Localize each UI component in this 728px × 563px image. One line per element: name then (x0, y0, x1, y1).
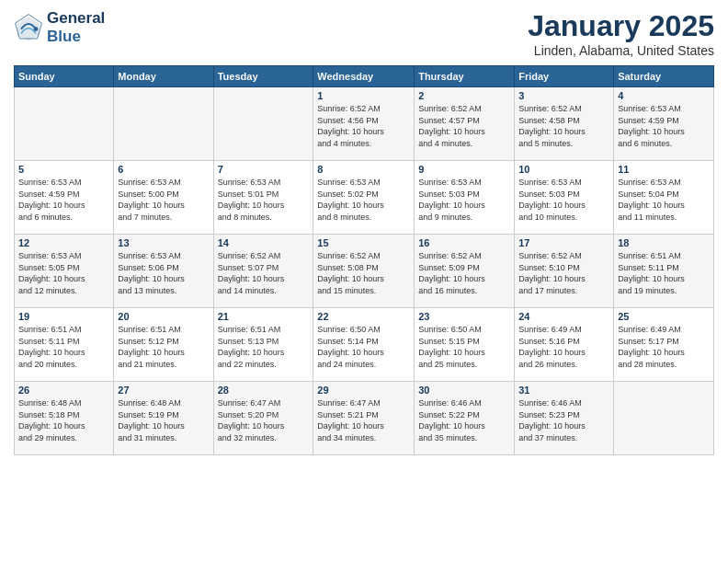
day-number: 26 (18, 385, 109, 396)
day-number: 8 (317, 164, 410, 175)
day-number: 10 (518, 164, 609, 175)
day-info: Sunrise: 6:51 AMSunset: 5:13 PMDaylight:… (218, 324, 310, 370)
location: Linden, Alabama, United States (528, 43, 714, 58)
table-cell: 31Sunrise: 6:46 AMSunset: 5:23 PMDayligh… (515, 382, 614, 455)
day-number: 24 (518, 311, 609, 322)
day-info: Sunrise: 6:47 AMSunset: 5:21 PMDaylight:… (317, 397, 410, 443)
table-cell: 24Sunrise: 6:49 AMSunset: 5:16 PMDayligh… (515, 308, 614, 382)
day-info: Sunrise: 6:53 AMSunset: 5:00 PMDaylight:… (118, 177, 209, 223)
day-info: Sunrise: 6:52 AMSunset: 4:58 PMDaylight:… (518, 103, 609, 149)
day-number: 28 (218, 385, 310, 396)
table-cell: 6Sunrise: 6:53 AMSunset: 5:00 PMDaylight… (114, 161, 213, 235)
day-number: 1 (317, 90, 410, 101)
table-cell: 15Sunrise: 6:52 AMSunset: 5:08 PMDayligh… (313, 235, 415, 308)
table-cell (614, 382, 714, 455)
day-number: 23 (418, 311, 510, 322)
table-cell: 18Sunrise: 6:51 AMSunset: 5:11 PMDayligh… (614, 235, 714, 308)
day-number: 11 (618, 164, 710, 175)
day-number: 14 (218, 237, 310, 248)
day-info: Sunrise: 6:53 AMSunset: 5:02 PMDaylight:… (317, 177, 410, 223)
calendar-week-row: 19Sunrise: 6:51 AMSunset: 5:11 PMDayligh… (15, 308, 714, 382)
month-title: January 2025 (528, 9, 714, 43)
table-cell: 23Sunrise: 6:50 AMSunset: 5:15 PMDayligh… (415, 308, 515, 382)
day-info: Sunrise: 6:53 AMSunset: 5:05 PMDaylight:… (18, 250, 109, 296)
table-cell: 26Sunrise: 6:48 AMSunset: 5:18 PMDayligh… (15, 382, 114, 455)
table-cell: 9Sunrise: 6:53 AMSunset: 5:03 PMDaylight… (415, 161, 515, 235)
day-number: 31 (518, 385, 609, 396)
day-number: 20 (118, 311, 209, 322)
day-info: Sunrise: 6:52 AMSunset: 5:08 PMDaylight:… (317, 250, 410, 296)
table-cell: 16Sunrise: 6:52 AMSunset: 5:09 PMDayligh… (415, 235, 515, 308)
table-cell: 1Sunrise: 6:52 AMSunset: 4:56 PMDaylight… (313, 87, 415, 161)
day-info: Sunrise: 6:51 AMSunset: 5:12 PMDaylight:… (118, 324, 209, 370)
header-friday: Friday (515, 66, 614, 87)
day-info: Sunrise: 6:53 AMSunset: 4:59 PMDaylight:… (618, 103, 710, 149)
day-number: 12 (18, 237, 109, 248)
day-number: 22 (317, 311, 410, 322)
day-number: 27 (118, 385, 209, 396)
table-cell: 3Sunrise: 6:52 AMSunset: 4:58 PMDaylight… (515, 87, 614, 161)
title-area: January 2025 Linden, Alabama, United Sta… (528, 9, 714, 58)
day-number: 25 (618, 311, 710, 322)
logo-icon (14, 13, 43, 42)
table-cell: 4Sunrise: 6:53 AMSunset: 4:59 PMDaylight… (614, 87, 714, 161)
day-info: Sunrise: 6:53 AMSunset: 5:04 PMDaylight:… (618, 177, 710, 223)
day-info: Sunrise: 6:53 AMSunset: 5:06 PMDaylight:… (118, 250, 209, 296)
table-cell: 22Sunrise: 6:50 AMSunset: 5:14 PMDayligh… (313, 308, 415, 382)
day-number: 13 (118, 237, 209, 248)
table-cell: 12Sunrise: 6:53 AMSunset: 5:05 PMDayligh… (15, 235, 114, 308)
header-sunday: Sunday (15, 66, 114, 87)
header-tuesday: Tuesday (213, 66, 313, 87)
table-cell (114, 87, 213, 161)
table-cell: 11Sunrise: 6:53 AMSunset: 5:04 PMDayligh… (614, 161, 714, 235)
header-thursday: Thursday (415, 66, 515, 87)
calendar-week-row: 26Sunrise: 6:48 AMSunset: 5:18 PMDayligh… (15, 382, 714, 455)
day-info: Sunrise: 6:51 AMSunset: 5:11 PMDaylight:… (18, 324, 109, 370)
day-number: 4 (618, 90, 710, 101)
day-info: Sunrise: 6:47 AMSunset: 5:20 PMDaylight:… (218, 397, 310, 443)
table-cell: 14Sunrise: 6:52 AMSunset: 5:07 PMDayligh… (213, 235, 313, 308)
day-number: 18 (618, 237, 710, 248)
table-cell: 2Sunrise: 6:52 AMSunset: 4:57 PMDaylight… (415, 87, 515, 161)
table-cell: 19Sunrise: 6:51 AMSunset: 5:11 PMDayligh… (15, 308, 114, 382)
day-info: Sunrise: 6:53 AMSunset: 5:01 PMDaylight:… (218, 177, 310, 223)
header-wednesday: Wednesday (313, 66, 415, 87)
day-info: Sunrise: 6:50 AMSunset: 5:14 PMDaylight:… (317, 324, 410, 370)
page: General Blue January 2025 Linden, Alabam… (0, 0, 728, 563)
table-cell: 27Sunrise: 6:48 AMSunset: 5:19 PMDayligh… (114, 382, 213, 455)
day-number: 6 (118, 164, 209, 175)
calendar-week-row: 1Sunrise: 6:52 AMSunset: 4:56 PMDaylight… (15, 87, 714, 161)
day-info: Sunrise: 6:48 AMSunset: 5:19 PMDaylight:… (118, 397, 209, 443)
table-cell: 25Sunrise: 6:49 AMSunset: 5:17 PMDayligh… (614, 308, 714, 382)
day-info: Sunrise: 6:52 AMSunset: 5:09 PMDaylight:… (418, 250, 510, 296)
day-number: 2 (418, 90, 510, 101)
table-cell: 21Sunrise: 6:51 AMSunset: 5:13 PMDayligh… (213, 308, 313, 382)
table-cell: 5Sunrise: 6:53 AMSunset: 4:59 PMDaylight… (15, 161, 114, 235)
day-info: Sunrise: 6:48 AMSunset: 5:18 PMDaylight:… (18, 397, 109, 443)
table-cell: 7Sunrise: 6:53 AMSunset: 5:01 PMDaylight… (213, 161, 313, 235)
day-number: 7 (218, 164, 310, 175)
calendar-header-row: Sunday Monday Tuesday Wednesday Thursday… (15, 66, 714, 87)
day-info: Sunrise: 6:49 AMSunset: 5:16 PMDaylight:… (518, 324, 609, 370)
calendar-week-row: 12Sunrise: 6:53 AMSunset: 5:05 PMDayligh… (15, 235, 714, 308)
header-saturday: Saturday (614, 66, 714, 87)
table-cell: 30Sunrise: 6:46 AMSunset: 5:22 PMDayligh… (415, 382, 515, 455)
table-cell (213, 87, 313, 161)
day-number: 3 (518, 90, 609, 101)
day-number: 16 (418, 237, 510, 248)
day-info: Sunrise: 6:52 AMSunset: 4:56 PMDaylight:… (317, 103, 410, 149)
day-number: 17 (518, 237, 609, 248)
day-number: 19 (18, 311, 109, 322)
table-cell: 28Sunrise: 6:47 AMSunset: 5:20 PMDayligh… (213, 382, 313, 455)
header-monday: Monday (114, 66, 213, 87)
day-info: Sunrise: 6:46 AMSunset: 5:22 PMDaylight:… (418, 397, 510, 443)
svg-point-2 (34, 27, 39, 31)
calendar: Sunday Monday Tuesday Wednesday Thursday… (14, 65, 714, 455)
table-cell: 8Sunrise: 6:53 AMSunset: 5:02 PMDaylight… (313, 161, 415, 235)
day-number: 30 (418, 385, 510, 396)
day-info: Sunrise: 6:52 AMSunset: 5:07 PMDaylight:… (218, 250, 310, 296)
table-cell: 20Sunrise: 6:51 AMSunset: 5:12 PMDayligh… (114, 308, 213, 382)
day-info: Sunrise: 6:52 AMSunset: 4:57 PMDaylight:… (418, 103, 510, 149)
header: General Blue January 2025 Linden, Alabam… (14, 9, 714, 58)
table-cell: 13Sunrise: 6:53 AMSunset: 5:06 PMDayligh… (114, 235, 213, 308)
